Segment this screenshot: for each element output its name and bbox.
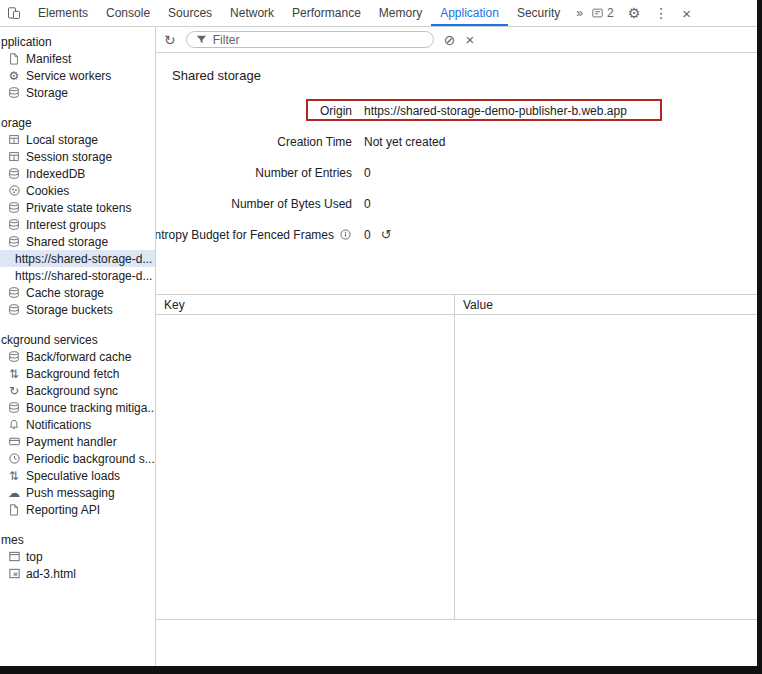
field-value-text: 0 — [364, 228, 371, 242]
database-icon — [7, 286, 21, 299]
sidebar-section-header: pplication — [0, 33, 155, 50]
sidebar-item-indexeddb[interactable]: IndexedDB — [0, 165, 155, 182]
settings-gear-icon[interactable]: ⚙ — [628, 6, 641, 20]
metadata-list: Originhttps://shared-storage-demo-publis… — [156, 95, 757, 250]
sidebar-item-cache-storage[interactable]: Cache storage — [0, 284, 155, 301]
sidebar-item-label: Private state tokens — [26, 201, 131, 215]
field-value: 0 — [364, 197, 371, 211]
shared-storage-panel: ↻ Filter ⊘ × Shared storage Originhttps:… — [156, 27, 757, 666]
sidebar-item-shared-storage[interactable]: Shared storage — [0, 233, 155, 250]
field-label: Number of Entries — [156, 166, 352, 180]
filter-input[interactable]: Filter — [186, 31, 434, 48]
field-label: Entropy Budget for Fenced Frames — [156, 228, 352, 242]
sidebar-item-https-shared-storage-d[interactable]: https://shared-storage-d... — [0, 250, 155, 267]
sidebar-item-label: ad-3.html — [26, 567, 76, 581]
sidebar-section: mestopad-3.html — [0, 531, 155, 582]
column-header-value[interactable]: Value — [455, 295, 757, 314]
document-icon — [7, 503, 21, 516]
cookie-icon — [7, 184, 21, 197]
table-icon — [7, 133, 21, 146]
sidebar-item-https-shared-storage-d[interactable]: https://shared-storage-d... — [0, 267, 155, 284]
sidebar-item-background-fetch[interactable]: ⇅Background fetch — [0, 365, 155, 382]
sidebar-section: orageLocal storageSession storageIndexed… — [0, 114, 155, 318]
cloud-icon: ☁ — [7, 487, 21, 499]
tab-application[interactable]: Application — [431, 0, 508, 26]
database-icon — [7, 401, 21, 414]
sidebar-item-storage-buckets[interactable]: Storage buckets — [0, 301, 155, 318]
sidebar-item-label: Shared storage — [26, 235, 108, 249]
sidebar-item-label: Back/forward cache — [26, 350, 131, 364]
sidebar-item-bounce-tracking-mitiga[interactable]: Bounce tracking mitiga... — [0, 399, 155, 416]
sidebar-section-header: ckground services — [0, 331, 155, 348]
database-icon — [7, 303, 21, 316]
field-value: https://shared-storage-demo-publisher-b.… — [364, 104, 627, 118]
sidebar-item-label: Push messaging — [26, 486, 115, 500]
column-header-key[interactable]: Key — [156, 295, 455, 314]
tab-network[interactable]: Network — [221, 0, 283, 26]
sidebar-item-label: Periodic background s... — [26, 452, 155, 466]
tab-elements[interactable]: Elements — [29, 0, 97, 26]
message-count: 2 — [607, 7, 614, 19]
sidebar-item-label: Cookies — [26, 184, 69, 198]
refresh-icon[interactable]: ↻ — [164, 33, 176, 47]
field-value-text: Not yet created — [364, 135, 445, 149]
kebab-menu-icon[interactable]: ⋮ — [654, 6, 668, 20]
sidebar-item-background-sync[interactable]: ↻Background sync — [0, 382, 155, 399]
sidebar-item-session-storage[interactable]: Session storage — [0, 148, 155, 165]
sidebar-item-top[interactable]: top — [0, 548, 155, 565]
database-icon — [7, 167, 21, 180]
sidebar-item-cookies[interactable]: Cookies — [0, 182, 155, 199]
sidebar-item-payment-handler[interactable]: Payment handler — [0, 433, 155, 450]
sidebar-item-speculative-loads[interactable]: ⇅Speculative loads — [0, 467, 155, 484]
more-tabs-button[interactable]: » — [569, 0, 590, 26]
sidebar-item-interest-groups[interactable]: Interest groups — [0, 216, 155, 233]
clear-all-icon[interactable]: ⊘ — [444, 33, 456, 47]
tab-sources[interactable]: Sources — [159, 0, 221, 26]
tab-performance[interactable]: Performance — [283, 0, 370, 26]
sidebar-item-label: Background fetch — [26, 367, 119, 381]
page-title: Shared storage — [156, 53, 757, 95]
sidebar-item-back-forward-cache[interactable]: Back/forward cache — [0, 348, 155, 365]
sidebar-item-local-storage[interactable]: Local storage — [0, 131, 155, 148]
sidebar-item-periodic-background-s[interactable]: Periodic background s... — [0, 450, 155, 467]
devtools-window: ElementsConsoleSourcesNetworkPerformance… — [0, 0, 762, 674]
sidebar-section-header: mes — [0, 531, 155, 548]
iframe-icon — [7, 567, 21, 580]
document-icon — [7, 52, 21, 65]
close-devtools-icon[interactable]: × — [682, 6, 691, 21]
devtools-tab-bar: ElementsConsoleSourcesNetworkPerformance… — [0, 0, 757, 27]
tab-console[interactable]: Console — [97, 0, 159, 26]
field-value: Not yet created — [364, 135, 445, 149]
delete-icon[interactable]: × — [465, 32, 474, 47]
sidebar-item-private-state-tokens[interactable]: Private state tokens — [0, 199, 155, 216]
arrows-up-down-icon: ⇅ — [7, 368, 21, 380]
sidebar-item-ad-3-html[interactable]: ad-3.html — [0, 565, 155, 582]
sidebar-item-service-workers[interactable]: ⚙Service workers — [0, 67, 155, 84]
sidebar-item-label: Storage — [26, 86, 68, 100]
sidebar-item-label: Payment handler — [26, 435, 117, 449]
field-row-number-of-entries: Number of Entries0 — [156, 157, 757, 188]
messages-button[interactable]: 2 — [591, 7, 614, 19]
info-icon — [338, 229, 352, 240]
sidebar-item-notifications[interactable]: Notifications — [0, 416, 155, 433]
tab-memory[interactable]: Memory — [370, 0, 431, 26]
sidebar-item-label: https://shared-storage-d... — [15, 269, 152, 283]
bell-icon — [7, 418, 21, 431]
field-value-text: 0 — [364, 166, 371, 180]
sidebar-item-storage[interactable]: Storage — [0, 84, 155, 101]
panel-toolbar: ↻ Filter ⊘ × — [156, 27, 757, 53]
sidebar-item-reporting-api[interactable]: Reporting API — [0, 501, 155, 518]
sidebar-item-manifest[interactable]: Manifest — [0, 50, 155, 67]
sidebar-item-label: top — [26, 550, 43, 564]
database-icon — [7, 86, 21, 99]
sidebar-item-label: Service workers — [26, 69, 111, 83]
sidebar-item-label: Cache storage — [26, 286, 104, 300]
sidebar-item-push-messaging[interactable]: ☁Push messaging — [0, 484, 155, 501]
field-label-text: Entropy Budget for Fenced Frames — [156, 228, 334, 242]
toggle-device-toolbar-icon[interactable] — [7, 6, 21, 20]
field-label: Creation Time — [156, 135, 352, 149]
sidebar-item-label: Background sync — [26, 384, 118, 398]
tab-security[interactable]: Security — [508, 0, 569, 26]
reset-budget-icon[interactable]: ↺ — [381, 228, 392, 241]
sidebar-item-label: https://shared-storage-d... — [15, 252, 152, 266]
